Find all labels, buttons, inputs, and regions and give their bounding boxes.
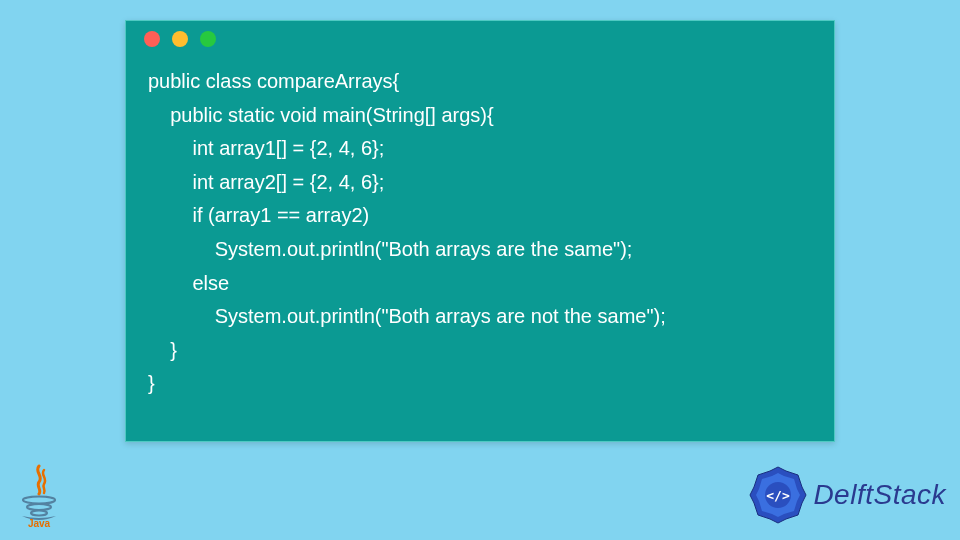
window-titlebar	[126, 21, 834, 57]
svg-point-2	[31, 511, 47, 516]
delftstack-gear-icon: </>	[747, 464, 809, 526]
java-logo-icon: Java	[14, 464, 64, 528]
java-logo-text: Java	[28, 518, 51, 528]
maximize-icon	[200, 31, 216, 47]
svg-text:</>: </>	[767, 488, 791, 503]
minimize-icon	[172, 31, 188, 47]
svg-point-0	[23, 497, 55, 504]
code-window: public class compareArrays{ public stati…	[125, 20, 835, 442]
close-icon	[144, 31, 160, 47]
delftstack-logo-text: DelftStack	[813, 479, 946, 511]
code-block: public class compareArrays{ public stati…	[126, 57, 834, 419]
delftstack-logo: </> DelftStack	[747, 462, 946, 528]
svg-point-1	[27, 504, 51, 510]
